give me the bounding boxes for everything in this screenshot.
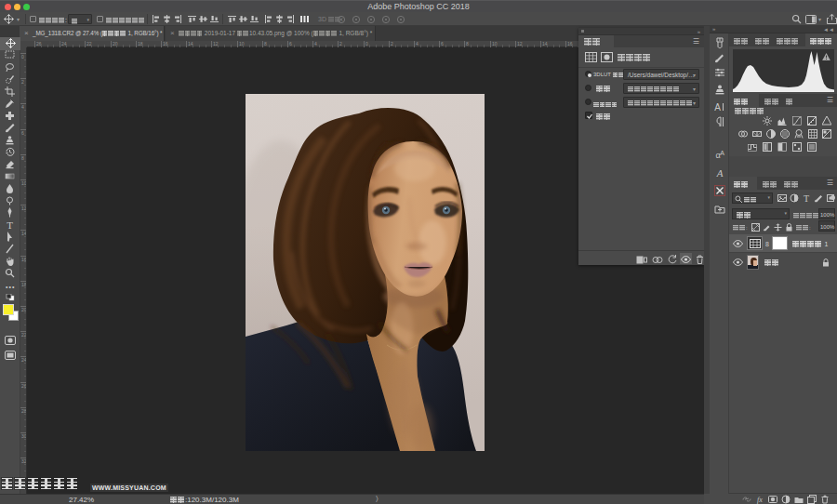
svg-text:T: T bbox=[7, 219, 13, 230]
svg-text:A: A bbox=[720, 150, 724, 156]
svg-text:T: T bbox=[804, 193, 809, 203]
svg-text:fx: fx bbox=[757, 496, 763, 504]
svg-text:A: A bbox=[714, 102, 721, 113]
svg-text:A: A bbox=[716, 167, 724, 179]
